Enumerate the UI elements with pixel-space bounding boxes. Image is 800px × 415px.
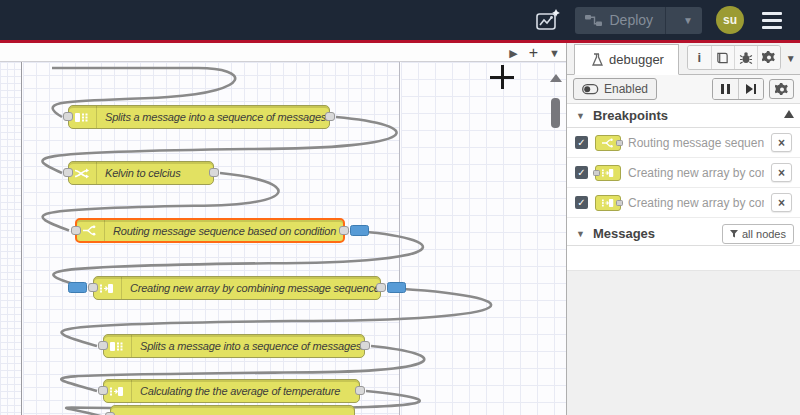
scroll-tabs-right-icon[interactable]: ▶ [509, 48, 517, 59]
header-bar: Deploy ▼ su [0, 0, 800, 40]
debugger-settings-button[interactable] [769, 79, 794, 99]
flow-node-n4[interactable]: Creating new array by combining message … [93, 276, 381, 300]
messages-title: Messages [593, 226, 655, 241]
node-label: Routing message sequence based on condit… [105, 225, 343, 237]
breakpoints-title: Breakpoints [593, 108, 668, 123]
breakpoint-indicator[interactable] [350, 225, 369, 236]
step-button[interactable] [738, 79, 763, 99]
flow-node-n1[interactable]: Splits a message into a sequence of mess… [68, 105, 330, 129]
flow-tab-strip: ▶ + ▼ [0, 43, 566, 62]
flow-node-n6[interactable]: Calculating the the average of temperatu… [103, 379, 360, 403]
tab-help-icon[interactable] [711, 46, 734, 69]
remove-breakpoint-button[interactable]: × [771, 133, 792, 152]
debug-sidebar: debugger i ▼ Enabled [566, 43, 800, 415]
deploy-label: Deploy [610, 12, 654, 28]
pause-icon [721, 84, 730, 94]
filter-label: all nodes [742, 228, 786, 240]
breakpoint-checkbox[interactable]: ✓ [575, 196, 588, 209]
deploy-options-caret-icon[interactable]: ▼ [674, 15, 702, 26]
add-flow-icon[interactable]: + [529, 45, 538, 61]
message-filter-button[interactable]: all nodes [722, 224, 794, 244]
flow-canvas[interactable]: ▶ + ▼ Splits a message into a sequence o… [0, 43, 566, 415]
tab-debugger-label: debugger [609, 52, 664, 67]
pause-button[interactable] [713, 79, 738, 99]
tab-debugger[interactable]: debugger [574, 44, 679, 75]
breakpoint-row: ✓Creating new array by combini× [567, 188, 800, 218]
ai-sparkle-icon[interactable] [536, 9, 561, 31]
switch-node-icon [77, 220, 105, 241]
flow-node-n7[interactable] [110, 405, 355, 415]
sidebar-tab-bar: debugger i ▼ [567, 43, 800, 75]
divider [665, 7, 666, 34]
node-label: Calculating the the average of temperatu… [132, 385, 348, 397]
breakpoint-checkbox[interactable]: ✓ [575, 136, 588, 149]
left-port[interactable] [63, 168, 73, 177]
debugger-toolbar: Enabled [567, 75, 800, 104]
left-port[interactable] [98, 341, 108, 350]
chevron-down-icon: ▼ [576, 229, 585, 239]
toggle-icon [582, 84, 599, 95]
change-node-icon [69, 162, 97, 184]
remove-breakpoint-button[interactable]: × [771, 163, 792, 182]
right-port[interactable] [355, 386, 365, 395]
flow-node-n2[interactable]: Kelvin to celcius [68, 161, 214, 185]
tab-debug-icon[interactable] [734, 46, 757, 69]
right-port[interactable] [209, 168, 219, 177]
right-port[interactable] [376, 283, 386, 292]
remove-breakpoint-button[interactable]: × [771, 193, 792, 212]
breakpoint-row: ✓Creating new array by combini× [567, 158, 800, 188]
node-red-editor: Deploy ▼ su ▶ + ▼ Splits a message i [0, 0, 800, 415]
right-port[interactable] [339, 226, 349, 235]
left-port[interactable] [71, 226, 81, 235]
deploy-icon [585, 13, 602, 27]
flow-node-n3[interactable]: Routing message sequence based on condit… [75, 218, 345, 243]
left-port[interactable] [63, 112, 73, 121]
sidebar-tabs-caret-icon[interactable]: ▼ [781, 47, 800, 70]
node-label: Creating new array by combining message … [122, 282, 380, 294]
flow-list-caret-icon[interactable]: ▼ [549, 48, 560, 59]
flask-icon [589, 53, 603, 67]
node-label: Splits a message into a sequence of mess… [97, 111, 329, 123]
mouse-cursor-crosshair [490, 65, 514, 89]
left-port[interactable] [88, 283, 98, 292]
breakpoints-section-header[interactable]: ▼ Breakpoints [567, 104, 800, 128]
debugger-enabled-toggle[interactable]: Enabled [573, 78, 657, 100]
split-node-icon [69, 106, 97, 128]
list-scroll-up-icon[interactable] [784, 110, 794, 118]
sidebar-footer-area [567, 271, 800, 415]
step-icon [746, 84, 756, 94]
messages-empty-row [567, 246, 800, 271]
canvas-scrollbar-thumb[interactable] [551, 98, 560, 128]
deploy-button[interactable]: Deploy ▼ [575, 7, 703, 34]
messages-section-header[interactable]: ▼ Messages all nodes [567, 222, 800, 246]
node-label: Splits a message into a sequence of mess… [132, 340, 364, 352]
breakpoint-label: Creating new array by combini [628, 196, 764, 210]
mini-switch-node-icon [595, 135, 621, 151]
mini-join-node-icon [595, 165, 621, 181]
chevron-down-icon: ▼ [576, 111, 585, 121]
join-node-icon [104, 380, 132, 402]
breakpoint-label: Routing message sequence ba [628, 136, 764, 150]
flow-node-n5[interactable]: Splits a message into a sequence of mess… [103, 334, 365, 358]
node-label: Kelvin to celcius [97, 167, 188, 179]
breakpoint-indicator[interactable] [387, 282, 406, 293]
filter-funnel-icon [730, 230, 738, 238]
breakpoint-checkbox[interactable]: ✓ [575, 166, 588, 179]
left-port[interactable] [98, 386, 108, 395]
main-menu-icon[interactable] [758, 8, 786, 33]
breakpoint-label: Creating new array by combini [628, 166, 764, 180]
tab-info-icon[interactable]: i [688, 46, 711, 69]
mini-join-node-icon [595, 195, 621, 211]
join-node-icon [94, 277, 122, 299]
canvas-scroll-up-icon[interactable] [550, 74, 562, 82]
workspace[interactable]: Splits a message into a sequence of mess… [0, 62, 566, 415]
split-node-icon [104, 335, 132, 357]
breakpoint-indicator[interactable] [68, 282, 87, 293]
right-port[interactable] [360, 341, 370, 350]
tab-config-icon[interactable] [757, 46, 780, 69]
enabled-label: Enabled [604, 82, 648, 96]
user-avatar[interactable]: su [716, 6, 744, 34]
breakpoint-row: ✓Routing message sequence ba× [567, 128, 800, 158]
right-port[interactable] [325, 112, 335, 121]
